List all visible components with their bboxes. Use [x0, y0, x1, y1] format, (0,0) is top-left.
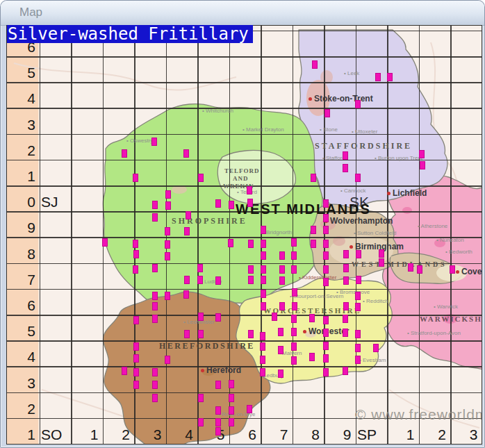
record-marker — [379, 258, 384, 267]
record-marker — [261, 240, 266, 248]
record-marker — [152, 381, 158, 389]
record-marker — [215, 276, 221, 285]
town-label: • Nuneaton — [436, 237, 464, 243]
area-label: AND — [233, 175, 249, 182]
record-marker — [229, 418, 234, 426]
record-marker — [309, 314, 315, 322]
record-marker — [260, 356, 265, 364]
town-label: • Uttoxeter — [352, 128, 377, 135]
grid-col-label: 7 — [261, 426, 288, 443]
record-marker — [151, 138, 157, 146]
map-pane-titlebar[interactable]: Map — [1, 1, 484, 26]
record-marker — [102, 238, 108, 247]
record-marker — [278, 328, 283, 336]
record-marker — [356, 276, 361, 284]
record-marker — [133, 174, 138, 182]
grid-col-label: 3 — [134, 426, 162, 443]
record-marker — [133, 316, 139, 324]
record-marker — [261, 290, 266, 298]
grid-row-label: 1 — [7, 426, 35, 443]
grid-col-label: 1 — [387, 426, 415, 443]
record-marker — [165, 227, 170, 235]
grid-col-label: 6 — [229, 426, 256, 443]
record-marker — [198, 394, 204, 402]
grid-col-label: 1 — [71, 426, 99, 443]
record-marker — [183, 149, 189, 158]
town-label: • Atherstone — [418, 223, 447, 229]
record-marker — [343, 250, 349, 258]
record-marker — [165, 292, 170, 300]
record-marker — [323, 214, 329, 222]
record-marker — [260, 342, 265, 351]
grid-row-label: 8 — [7, 246, 35, 263]
city-label: Coventry — [456, 267, 482, 276]
record-marker — [152, 368, 158, 376]
record-marker — [323, 265, 329, 274]
record-marker — [312, 60, 318, 69]
record-marker — [261, 276, 266, 284]
record-marker — [343, 276, 349, 285]
city-marker-dot — [201, 369, 204, 372]
city-label: Hereford — [201, 365, 241, 375]
record-marker — [343, 164, 348, 172]
grid-row-label: 2 — [7, 142, 35, 159]
record-marker — [184, 227, 190, 235]
grid-hline — [7, 237, 482, 238]
record-marker — [165, 201, 171, 210]
record-marker — [165, 240, 170, 249]
grid-vline — [197, 26, 199, 445]
town-label: • Stone — [320, 126, 338, 133]
record-marker — [198, 330, 204, 338]
map-canvas[interactable]: 6543210987654321123456789123SJSKSOSPWEST… — [6, 25, 482, 445]
record-marker — [355, 356, 361, 364]
grid-col-label: 4 — [165, 426, 193, 443]
city-marker-dot — [350, 245, 353, 249]
record-marker — [133, 250, 139, 258]
record-marker — [343, 315, 348, 323]
grid-hline — [7, 315, 482, 316]
record-marker — [356, 250, 361, 258]
record-marker — [387, 73, 393, 81]
record-marker — [215, 313, 221, 322]
city-label: Lichfield — [387, 188, 427, 198]
town-label: • Bromsgrove — [336, 289, 370, 295]
area-label: TELFORD — [224, 167, 260, 174]
record-marker — [197, 264, 203, 272]
record-marker — [133, 342, 139, 351]
grid-vline — [71, 26, 72, 445]
grid-row-label: 0 — [7, 194, 35, 210]
city-name: Coventry — [461, 267, 482, 276]
record-marker — [165, 356, 170, 364]
record-marker — [311, 226, 316, 234]
town-label: • Bedworth — [445, 249, 472, 255]
record-marker — [291, 238, 297, 247]
town-label: • Stourport-on-Severn — [290, 293, 344, 299]
species-title-banner[interactable]: Silver-washed Fritillary — [7, 25, 253, 43]
record-marker — [292, 288, 297, 297]
record-marker — [133, 354, 139, 363]
area-label: WARWICKSHIRE — [420, 315, 482, 323]
record-marker — [247, 199, 253, 207]
grid-row-label: 2 — [7, 401, 35, 417]
record-marker — [229, 380, 234, 388]
record-marker — [215, 381, 221, 389]
grid-row-label: 3 — [7, 375, 35, 392]
record-marker — [311, 174, 316, 182]
record-marker — [133, 368, 139, 376]
record-marker — [152, 213, 158, 222]
record-marker — [165, 252, 170, 260]
grid-col-label: 8 — [292, 426, 320, 443]
record-marker — [197, 276, 203, 284]
town-label: • Stratford-upon-Avon — [407, 330, 461, 336]
town-label: • Kidderminster — [299, 274, 336, 281]
grid-row-label: 7 — [7, 272, 35, 288]
record-marker — [323, 316, 329, 324]
town-label: • Oswestry — [126, 138, 153, 144]
grid-vline — [482, 26, 483, 445]
city-marker-dot — [387, 192, 391, 195]
grid-vline — [103, 26, 104, 445]
record-marker — [309, 353, 315, 361]
record-marker — [279, 265, 285, 274]
grid-hline — [7, 366, 482, 367]
record-marker — [133, 381, 139, 389]
